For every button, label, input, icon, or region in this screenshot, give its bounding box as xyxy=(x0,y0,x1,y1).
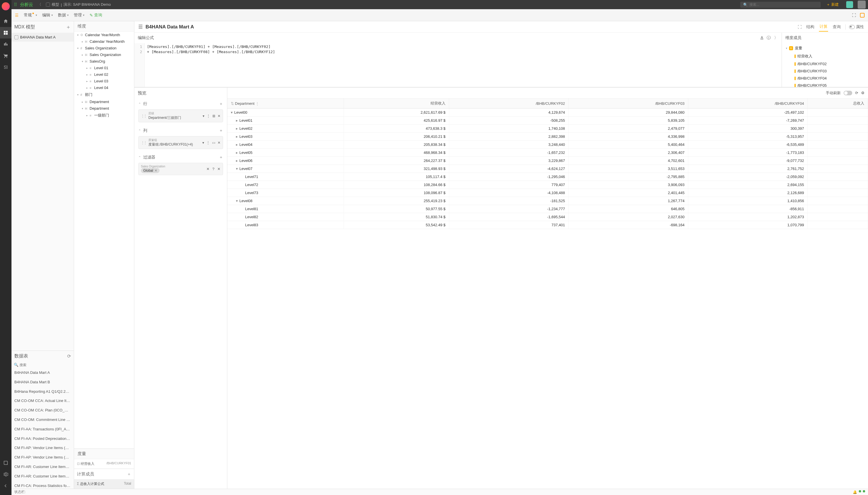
dimension-node[interactable]: ▾HDepartment xyxy=(74,105,134,112)
back-icon[interactable]: 〈 xyxy=(36,2,43,7)
grid-row[interactable]: ▸Level06264,227.37 $3,229,8674,702,601-9… xyxy=(227,157,868,165)
grid-column-header[interactable]: 总收入 xyxy=(808,99,868,108)
grid-column-header[interactable]: /BHB/CURKYF02 xyxy=(449,99,568,108)
member-item[interactable]: /BHB/CURKYF02 xyxy=(782,60,868,67)
col-chip[interactable]: ⋮⋮ 度量组度量组:/BHB/CURKYF01(+4) ▾⋮▭✕ xyxy=(138,136,223,149)
search-input[interactable] xyxy=(749,3,818,6)
fullscreen-icon[interactable]: ⛶ xyxy=(851,12,857,19)
filter-chip[interactable]: Sales Organization Global✕ ✕ ? ✕ xyxy=(138,163,223,175)
formula-editor[interactable]: 12 [Measures].[/BHB/CURKYF01] + [Measure… xyxy=(134,43,782,87)
refresh-icon[interactable]: ⟳ xyxy=(67,354,71,359)
datatable-item[interactable]: CM CO-OM CCA: Actual Line Items (0CO_OM_… xyxy=(12,396,74,406)
tab-calc[interactable]: 计算 xyxy=(819,22,828,32)
member-item[interactable]: /BHB/CURKYF04 xyxy=(782,75,868,82)
row-chip[interactable]: ⋮⋮ 层级Department/三级部门 ▾⋮⊞✕ xyxy=(138,109,223,122)
add-filter-button[interactable]: ＋ xyxy=(219,155,223,160)
grid-row[interactable]: Level8150,977.55 $-1,234,777646,805-856,… xyxy=(227,205,868,213)
datatable-item[interactable]: CM FI-AR: Customer Line Items (0FI_AR_4) xyxy=(12,462,74,472)
global-search[interactable]: 🔍 xyxy=(740,2,821,8)
member-root[interactable]: ▾D度量 xyxy=(782,44,868,52)
add-calc-button[interactable]: ＋ xyxy=(127,472,131,477)
datatable-search-input[interactable] xyxy=(19,363,71,367)
toolbar-manage[interactable]: 管理▾ xyxy=(74,13,84,18)
more-icon[interactable]: ⋮ xyxy=(207,114,210,118)
new-button[interactable]: ＋ 新建 xyxy=(823,2,841,7)
more-icon[interactable]: ⋮ xyxy=(206,141,210,145)
add-model-button[interactable]: ＋ xyxy=(66,23,71,31)
grid-row[interactable]: ▾Level002,621,617.69 $4,129,67429,844,08… xyxy=(227,108,868,117)
help-icon[interactable]: ⓘ xyxy=(767,35,771,40)
grid-row[interactable]: ▸Level03206,410.21 $2,882,3984,336,998-5… xyxy=(227,133,868,141)
chevron-down-icon[interactable]: ▾ xyxy=(202,141,204,145)
grid-row[interactable]: Level72108,284.66 $779,4073,906,0932,694… xyxy=(227,181,868,189)
list-icon[interactable]: ☰ xyxy=(138,24,143,30)
grid-row[interactable]: ▸Level02473,638.3 $1,740,1082,479,077300… xyxy=(227,125,868,133)
dimension-node[interactable]: ▾⊙Calendar Year/Month xyxy=(74,32,134,38)
attributes-button[interactable]: 属性 xyxy=(845,24,864,30)
grid-row[interactable]: Level73108,096.87 $-4,108,4882,401,4452,… xyxy=(227,189,868,197)
rail-tune-icon[interactable] xyxy=(0,62,12,73)
help-icon[interactable]: ? xyxy=(212,167,214,171)
dimension-node[interactable]: ▾#部门 xyxy=(74,91,134,99)
dimension-node[interactable]: ▸≡一级部门 xyxy=(74,112,134,119)
grid-row[interactable]: Level71105,117.4 $-1,295,046-2,795,885-2… xyxy=(227,173,868,181)
dimension-node[interactable]: ▸HCalendar Year/Month xyxy=(74,38,134,45)
grid-row[interactable]: ▾Level07321,498.93 $-4,624,1273,511,6532… xyxy=(227,165,868,173)
toolbar-data[interactable]: 数据▾ xyxy=(58,13,69,18)
calc-member-item[interactable]: Σ 总收入计算公式 Total xyxy=(74,479,134,489)
datatable-item[interactable]: CM FI-AP: Vendor Line Items (0FI_AP_4) xyxy=(12,443,74,453)
drag-icon[interactable]: ⋮⋮ xyxy=(141,141,146,145)
dimension-node[interactable]: ▸HSales Organization xyxy=(74,51,134,58)
settings-icon[interactable]: ⚙ xyxy=(861,91,865,95)
datatable-item[interactable]: B4HANA Data Mart B xyxy=(12,378,74,387)
toolbar-query[interactable]: ✎查询 xyxy=(90,13,102,18)
cube-toggle-icon[interactable] xyxy=(860,13,865,18)
dimension-node[interactable]: ▸≡Level 04 xyxy=(74,84,134,91)
rail-cart-icon[interactable] xyxy=(0,50,12,62)
grid-row[interactable]: ▸Level05468,968.34 $-1,657,2322,306,407-… xyxy=(227,149,868,157)
datatable-item[interactable]: B4Hana Reporting A1 Q1/Q2.2015 xyxy=(12,387,74,396)
grid-column-header[interactable]: /BHB/CURKYF03 xyxy=(569,99,688,108)
grid-row[interactable]: ▸Level01425,616.97 $-508,2555,839,105-7,… xyxy=(227,117,868,125)
rail-settings-icon[interactable] xyxy=(0,468,12,480)
datatable-item[interactable]: B4HANA Data Mart A xyxy=(12,368,74,378)
expand-editor-icon[interactable]: 〉 xyxy=(774,35,778,40)
dimension-node[interactable]: ▸≡Level 03 xyxy=(74,78,134,84)
user-avatar[interactable] xyxy=(858,1,866,8)
hierarchy-icon[interactable]: ⊞ xyxy=(212,114,215,118)
member-item[interactable]: /BHB/CURKYF05 xyxy=(782,82,868,87)
datatable-item[interactable]: CM FI-AP: Vendor Line Items (0FI_AP_30) xyxy=(12,453,74,462)
close-icon[interactable]: ✕ xyxy=(218,114,221,118)
dimension-node[interactable]: ▾HSalesOrg xyxy=(74,58,134,65)
rail-chart-icon[interactable] xyxy=(0,38,12,50)
table-icon[interactable]: ▭ xyxy=(212,141,215,145)
remove-filter-icon[interactable]: ✕ xyxy=(154,169,157,173)
collapse-icon[interactable]: ⌃ xyxy=(138,129,141,133)
datatable-search[interactable]: 🔍 xyxy=(12,361,74,368)
grid-row[interactable]: ▸Level04205,838.34 $3,248,4405,400,464-6… xyxy=(227,141,868,149)
refresh-button[interactable]: ⟳ xyxy=(855,91,858,95)
collapse-icon[interactable]: ⌃ xyxy=(138,102,141,106)
dimension-node[interactable]: ▸HDepartment xyxy=(74,99,134,105)
toolbar-general[interactable]: 常规▾ xyxy=(24,13,37,18)
grid-row[interactable]: ▾Level08255,419.23 $-181,5251,267,7741,4… xyxy=(227,197,868,205)
member-item[interactable]: /BHB/CURKYF03 xyxy=(782,67,868,75)
datatable-item[interactable]: CM FI-CA: Process Statistics for Clarifi… xyxy=(12,481,74,489)
drag-icon[interactable]: ⋮⋮ xyxy=(141,114,146,118)
close-icon[interactable]: ✕ xyxy=(217,167,221,171)
measure-row[interactable]: ⊡ 经营收入 /BHB/CURKYF01 xyxy=(74,459,134,468)
refresh-toggle[interactable] xyxy=(844,91,852,95)
dimension-node[interactable]: ▸≡Level 01 xyxy=(74,65,134,71)
chevron-down-icon[interactable]: ▾ xyxy=(203,114,204,118)
rail-book-icon[interactable] xyxy=(0,457,12,468)
datatable-item[interactable]: CM CO-OM CCA: Plan (0CO_OM_CCA_1) xyxy=(12,406,74,415)
rail-collapse-icon[interactable] xyxy=(0,480,12,492)
dimension-node[interactable]: ▸≡Level 02 xyxy=(74,71,134,78)
expand-icon[interactable]: ⛶ xyxy=(798,25,802,29)
grid-row[interactable]: Level8251,830.74 $-1,695,5442,027,6301,2… xyxy=(227,213,868,221)
datatable-item[interactable]: CM CO-OM: Commitment Line Items xyxy=(12,415,74,425)
datatable-item[interactable]: CM FI-AA: Transactions (0FI_AA_11) xyxy=(12,425,74,434)
apps-icon[interactable]: ⠿ xyxy=(14,2,17,7)
toolbar-edit[interactable]: 编辑▾ xyxy=(42,13,53,18)
tab-query[interactable]: 查询 xyxy=(832,23,841,31)
